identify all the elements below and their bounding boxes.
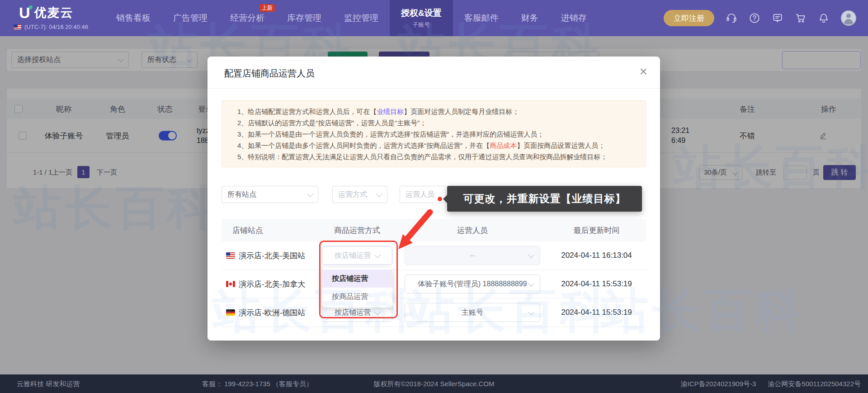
chevron-down-icon [307,191,313,197]
col-operation-method: 商品运营方式 [316,225,398,236]
footer-company: 云雅科技 研发和运营 [17,374,80,393]
col-store-site: 店铺站点 [222,225,316,236]
notification-bell-icon[interactable] [818,12,830,24]
help-icon[interactable] [749,12,760,24]
footer-licenses: 渝ICP备2024021909号-3 渝公网安备50011202504322号 [681,374,861,393]
chevron-down-icon [374,309,381,315]
footer-police-link[interactable]: 渝公网安备50011202504322号 [768,374,861,393]
chevron-down-icon [528,280,534,287]
modal-header: 配置店铺商品运营人员 × [208,57,660,89]
top-navbar: U 优麦云 (UTC-7): 04/16 20:40:46 销售看板 广告管理 … [0,0,868,36]
operator-select-us: -- [405,246,540,265]
nav-label: 监控管理 [344,12,378,24]
last-updated-time: 2024-04-11 15:53:19 [561,308,632,317]
store-site: 演示店-北美-加拿大 [222,279,316,289]
chevron-down-icon [528,252,534,258]
us-flag-icon [14,24,21,29]
nav-item-monitoring[interactable]: 监控管理 [333,0,390,36]
timezone-text: (UTC-7): 04/16 20:40:46 [24,24,88,30]
footer-icp-link[interactable]: 渝ICP备2024021909号-3 [681,374,756,393]
store-site: 演示店-欧洲-德国站 [222,308,316,318]
notice-line-5: 5、特别说明：配置运营人无法满足让运营人员只看自己负责的产品需求，仅用于通过运营… [237,151,646,162]
nav-item-ad-management[interactable]: 广告管理 [162,0,219,36]
logo-icon: U [19,5,30,20]
nav-label: 进销存 [561,12,587,24]
main-nav: 销售看板 广告管理 经营分析 上新 库存管理 监控管理 授权&设置 子账号 客服… [105,0,598,36]
notice-line-1: 1、给店铺配置运营方式和运营人员后，可在【业绩目标】页面对运营人员制定每月业绩目… [237,106,646,117]
nav-item-service-mail[interactable]: 客服邮件 [453,0,510,36]
tooltip-dot-icon [438,197,442,201]
store-row-us: 演示店-北美-美国站 按店铺运营 -- 2024-04-11 16:13:04 [222,241,646,270]
timezone-clock: (UTC-7): 04/16 20:40:46 [14,24,88,30]
store-site: 演示店-北美-美国站 [222,251,316,261]
last-updated-time: 2024-04-11 15:53:19 [561,279,632,289]
nav-item-sales-dashboard[interactable]: 销售看板 [105,0,162,36]
nav-item-erp[interactable]: 进销存 [550,0,598,36]
nav-label: 财务 [521,12,538,24]
nav-sub-label: 子账号 [412,21,430,29]
operator-select-de[interactable]: 主账号 [405,303,540,322]
user-avatar[interactable] [841,10,856,26]
dropdown-option-by-store[interactable]: 按店铺运营 [322,270,392,288]
product-cost-link[interactable]: 商品成本 [490,142,517,149]
chevron-down-icon [376,191,382,197]
col-last-updated: 最后更新时间 [547,225,646,236]
modal-title: 配置店铺商品运营人员 [224,67,315,80]
last-updated-time: 2024-04-11 16:13:04 [561,251,632,260]
modal-method-select[interactable]: 运营方式 [332,186,387,203]
register-button[interactable]: 立即注册 [664,10,714,26]
notice-line-2: 2、店铺默认的运营方式是“按店铺运营”，运营人员是“主账号”； [237,117,646,128]
chevron-down-icon [374,252,381,258]
logo[interactable]: U 优麦云 [19,5,74,21]
feedback-icon[interactable] [772,12,783,24]
nav-item-auth-settings[interactable]: 授权&设置 子账号 [390,0,453,36]
nav-item-finance[interactable]: 财务 [510,0,550,36]
change-tooltip: 可更改，并重新设置【业绩目标】 [447,186,642,212]
cart-icon[interactable] [795,12,807,24]
nav-item-inventory[interactable]: 库存管理 [276,0,333,36]
configure-operator-modal: 配置店铺商品运营人员 × 1、给店铺配置运营方式和运营人员后，可在【业绩目标】页… [208,57,660,341]
modal-method-select-value: 运营方式 [338,190,367,199]
nav-item-business-analysis[interactable]: 经营分析 上新 [219,0,276,36]
nav-label: 销售看板 [116,12,151,24]
footer-service: 客服： 199-4223-1735 （客服专员） [202,374,313,393]
operator-select-ca[interactable]: 体验子账号(管理员) 18888888899 [405,275,540,294]
method-select-us[interactable]: 按店铺运营 [322,246,392,265]
store-table-header: 店铺站点 商品运营方式 运营人员 最后更新时间 [222,219,646,241]
notice-line-3: 3、如果一个店铺是由一个运营人员负责的，运营方式选择“按店铺运营”，并选择对应的… [237,128,646,140]
tooltip-text: 可更改，并重新设置【业绩目标】 [463,192,626,206]
new-badge: 上新 [259,4,275,12]
nav-label: 库存管理 [287,12,321,24]
us-flag-icon [226,252,235,259]
chevron-down-icon [528,309,534,315]
modal-person-select-value: 运营人员 [406,190,434,199]
page-footer: 云雅科技 研发和运营 客服： 199-4223-1735 （客服专员） 版权所有… [0,374,868,393]
ca-flag-icon [226,281,235,287]
nav-label: 广告管理 [173,12,208,24]
nav-label: 客服邮件 [464,12,499,24]
notice-line-4: 4、如果一个店铺是由多个运营人员同时负责的，运营方式选择“按商品运营”，并在【商… [237,140,646,151]
modal-site-select[interactable]: 所有站点 [222,186,318,203]
header-actions: 立即注册 [664,0,856,36]
logo-text: 优麦云 [34,5,74,21]
notice-box: 1、给店铺配置运营方式和运营人员后，可在【业绩目标】页面对运营人员制定每月业绩目… [222,100,646,167]
close-icon[interactable]: × [639,65,647,78]
app-root: U 优麦云 (UTC-7): 04/16 20:40:46 销售看板 广告管理 … [0,0,868,393]
modal-site-select-value: 所有站点 [227,190,256,199]
store-row-de: 演示店-欧洲-德国站 按店铺运营 主账号 2024-04-11 15:53:19 [222,298,646,327]
store-row-ca: 演示店-北美-加拿大 按店铺运营 体验子账号(管理员) 18888888899 … [222,270,646,298]
de-flag-icon [226,309,235,316]
performance-target-link[interactable]: 业绩目标 [377,108,404,115]
dropdown-option-by-product[interactable]: 按商品运营 [322,288,392,306]
footer-copyright: 版权所有©2018-2024 SellerSpace.COM [374,374,495,393]
nav-label: 授权&设置 [401,7,442,19]
store-operator-table: 店铺站点 商品运营方式 运营人员 最后更新时间 演示店-北美-美国站 按店铺运营 [222,219,646,327]
col-operator: 运营人员 [398,225,547,236]
nav-label: 经营分析 [230,12,264,24]
method-dropdown-menu: 按店铺运营 按商品运营 [322,268,392,308]
support-icon[interactable] [726,12,737,24]
